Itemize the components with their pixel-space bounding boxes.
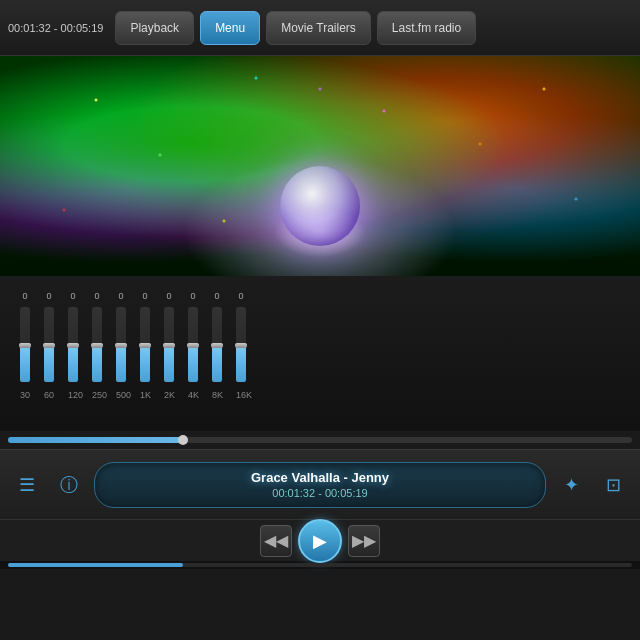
eq-thumb-60[interactable] (43, 343, 55, 348)
eq-label-4K: 4K (188, 390, 198, 400)
eq-value-16K: 0 (238, 291, 243, 303)
eq-value-250: 0 (94, 291, 99, 303)
settings-button[interactable]: ✦ (554, 468, 588, 502)
equalizer-area: 0000000000 30601202505001K2K4K8K16K (0, 276, 640, 431)
eq-thumb-250[interactable] (91, 343, 103, 348)
eq-fill-250 (92, 345, 102, 383)
eq-fill-4K (188, 345, 198, 383)
transport-bar: ☰ ⓘ Grace Valhalla - Jenny 00:01:32 - 00… (0, 449, 640, 519)
eq-band-16K[interactable]: 0 (236, 291, 246, 382)
eq-band-8K[interactable]: 0 (212, 291, 222, 382)
seek-area[interactable] (0, 431, 640, 449)
eq-band-120[interactable]: 0 (68, 291, 78, 382)
eq-band-2K[interactable]: 0 (164, 291, 174, 382)
video-visual (0, 56, 640, 276)
top-bar: 00:01:32 - 00:05:19 Playback Menu Movie … (0, 0, 640, 56)
eq-label-2K: 2K (164, 390, 174, 400)
settings-icon: ✦ (564, 474, 579, 496)
eq-track-60[interactable] (44, 307, 54, 382)
bottom-seek-track[interactable] (8, 563, 632, 567)
lastfm-radio-button[interactable]: Last.fm radio (377, 11, 476, 45)
eq-track-30[interactable] (20, 307, 30, 382)
eq-track-500[interactable] (116, 307, 126, 382)
eq-track-250[interactable] (92, 307, 102, 382)
seek-fill (8, 437, 183, 443)
seek-thumb[interactable] (178, 435, 188, 445)
eq-band-250[interactable]: 0 (92, 291, 102, 382)
eq-fill-8K (212, 345, 222, 383)
globe-visual (280, 166, 360, 246)
time-display: 00:01:32 - 00:05:19 (8, 22, 103, 34)
eq-fill-1K (140, 345, 150, 383)
seek-track[interactable] (8, 437, 632, 443)
eq-thumb-8K[interactable] (211, 343, 223, 348)
eq-track-4K[interactable] (188, 307, 198, 382)
video-area (0, 56, 640, 276)
eq-value-60: 0 (46, 291, 51, 303)
eq-value-30: 0 (22, 291, 27, 303)
eq-label-60: 60 (44, 390, 54, 400)
prev-button[interactable]: ◀◀ (260, 525, 292, 557)
eq-value-500: 0 (118, 291, 123, 303)
next-button[interactable]: ▶▶ (348, 525, 380, 557)
eq-thumb-4K[interactable] (187, 343, 199, 348)
eq-track-2K[interactable] (164, 307, 174, 382)
eq-value-120: 0 (70, 291, 75, 303)
info-button[interactable]: ⓘ (52, 468, 86, 502)
eq-track-1K[interactable] (140, 307, 150, 382)
eq-label-250: 250 (92, 390, 102, 400)
eq-thumb-2K[interactable] (163, 343, 175, 348)
eq-band-500[interactable]: 0 (116, 291, 126, 382)
track-title: Grace Valhalla - Jenny (251, 470, 389, 485)
prev-icon: ◀◀ (264, 531, 288, 550)
eq-label-16K: 16K (236, 390, 246, 400)
eq-value-8K: 0 (214, 291, 219, 303)
eq-bars: 0000000000 (20, 286, 620, 386)
play-button[interactable]: ▶ (298, 519, 342, 563)
eq-label-8K: 8K (212, 390, 222, 400)
eq-fill-120 (68, 345, 78, 383)
eq-label-500: 500 (116, 390, 126, 400)
eq-band-60[interactable]: 0 (44, 291, 54, 382)
bottom-seek-fill (8, 563, 183, 567)
next-icon: ▶▶ (352, 531, 376, 550)
eq-value-1K: 0 (142, 291, 147, 303)
eq-fill-60 (44, 345, 54, 383)
eq-thumb-120[interactable] (67, 343, 79, 348)
eq-track-120[interactable] (68, 307, 78, 382)
eq-band-30[interactable]: 0 (20, 291, 30, 382)
eq-thumb-500[interactable] (115, 343, 127, 348)
info-icon: ⓘ (60, 473, 78, 497)
bottom-seek-area[interactable] (0, 561, 640, 569)
eq-fill-500 (116, 345, 126, 383)
eq-thumb-1K[interactable] (139, 343, 151, 348)
eq-thumb-30[interactable] (19, 343, 31, 348)
eq-fill-2K (164, 345, 174, 383)
window-button[interactable]: ⊡ (596, 468, 630, 502)
eq-labels: 30601202505001K2K4K8K16K (20, 390, 620, 400)
eq-track-8K[interactable] (212, 307, 222, 382)
track-info-display: Grace Valhalla - Jenny 00:01:32 - 00:05:… (94, 462, 546, 508)
menu-button[interactable]: Menu (200, 11, 260, 45)
window-icon: ⊡ (606, 474, 621, 496)
play-icon: ▶ (313, 530, 327, 552)
playlist-button[interactable]: ☰ (10, 468, 44, 502)
playback-button[interactable]: Playback (115, 11, 194, 45)
eq-label-30: 30 (20, 390, 30, 400)
playlist-icon: ☰ (19, 474, 35, 496)
eq-fill-16K (236, 345, 246, 383)
eq-band-1K[interactable]: 0 (140, 291, 150, 382)
eq-band-4K[interactable]: 0 (188, 291, 198, 382)
eq-label-120: 120 (68, 390, 78, 400)
eq-fill-30 (20, 345, 30, 383)
eq-thumb-16K[interactable] (235, 343, 247, 348)
movie-trailers-button[interactable]: Movie Trailers (266, 11, 371, 45)
eq-label-1K: 1K (140, 390, 150, 400)
eq-value-2K: 0 (166, 291, 171, 303)
eq-value-4K: 0 (190, 291, 195, 303)
eq-track-16K[interactable] (236, 307, 246, 382)
track-time: 00:01:32 - 00:05:19 (272, 487, 367, 499)
